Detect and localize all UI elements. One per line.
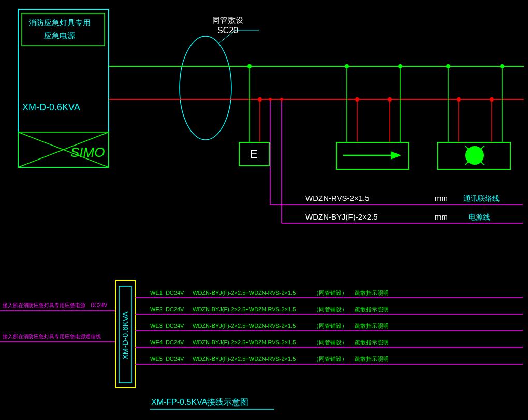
we1-v: DC24V [166,289,184,296]
we2-note1: （同管铺设） [313,306,347,312]
we-rows: WE1 DC24V WDZN-BYJ(F)-2×2.5+WDZN-RVS-2×1… [135,289,523,364]
svg-point-40 [269,98,272,101]
power-supply-box: 消防应急灯具专用 应急电源 XM-D-0.6KVA SIMO [18,9,109,167]
symbol-e-label: E [250,148,258,161]
we3-spec: WDZN-BYJ(F)-2×2.5+WDZN-RVS-2×1.5 [193,323,296,329]
we-row-4: WE4 DC24V WDZN-BYJ(F)-2×2.5+WDZN-RVS-2×1… [135,339,523,347]
we-row-2: WE2 DC24V WDZN-BYJ(F)-2×2.5+WDZN-RVS-2×1… [135,306,523,314]
left-note1-v: DC24V [91,302,108,308]
we3-v: DC24V [166,323,184,329]
cable1-name: 通讯联络线 [463,194,500,202]
we-row-5: WE5 DC24V WDZN-BYJ(F)-2×2.5+WDZN-RVS-2×1… [135,356,523,364]
distribution-box: XM-D-0.6KVA [115,280,135,388]
we1-id: WE1 [150,289,163,296]
we4-note2: 疏散指示照明 [355,339,389,345]
left-note2: 接入所在消防应急灯具专用应急电源通信线 [3,334,101,339]
we2-spec: WDZN-BYJ(F)-2×2.5+WDZN-RVS-2×1.5 [193,306,296,312]
we5-note1: （同管铺设） [313,356,347,362]
we1-note1: （同管铺设） [313,289,347,296]
cable2-unit: mm [435,212,448,221]
we3-note2: 疏散指示照明 [355,323,389,329]
left-notes: 接入所在消防应急灯具专用应急电源 DC24V 接入所在消防应急灯具专用应急电源通… [0,302,115,342]
we1-spec: WDZN-BYJ(F)-2×2.5+WDZN-RVS-2×1.5 [193,289,296,296]
bus-lines [109,64,524,102]
device-e: E [239,66,269,166]
model-label: XM-D-0.6KVA [22,102,80,112]
conduit-label-bottom: SC20 [217,26,238,35]
we4-note1: （同管铺设） [313,339,347,345]
we5-v: DC24V [166,356,184,362]
we2-id: WE2 [150,306,163,312]
we-row-1: WE1 DC24V WDZN-BYJ(F)-2×2.5+WDZN-RVS-2×1… [135,289,523,298]
arrow-right-icon [391,151,401,160]
cad-wiring-diagram: 消防应急灯具专用 应急电源 XM-D-0.6KVA SIMO 同管敷设 SC20 [0,0,528,420]
we5-note2: 疏散指示照明 [355,356,389,362]
we-row-3: WE3 DC24V WDZN-BYJ(F)-2×2.5+WDZN-RVS-2×1… [135,323,523,331]
we4-spec: WDZN-BYJ(F)-2×2.5+WDZN-RVS-2×1.5 [193,339,296,345]
svg-point-5 [180,36,231,140]
simo-label: SIMO [70,144,105,160]
conduit-ellipse: 同管敷设 SC20 [180,16,259,140]
box-label-line2: 应急电源 [44,31,75,40]
svg-point-41 [280,98,283,101]
box-label-line1: 消防应急灯具专用 [28,18,91,27]
we4-id: WE4 [150,339,163,345]
title-text: XM-FP-0.5KVA接线示意图 [151,398,248,407]
we5-spec: WDZN-BYJ(F)-2×2.5+WDZN-RVS-2×1.5 [193,356,296,362]
we2-note2: 疏散指示照明 [355,306,389,312]
diagram-title: XM-FP-0.5KVA接线示意图 [150,398,274,409]
we3-id: WE3 [150,323,163,329]
cable1-unit: mm [435,194,448,202]
we5-id: WE5 [150,356,163,362]
signal-line-top [269,98,523,223]
we3-note1: （同管铺设） [313,323,347,329]
cable2-spec: WDZN-BYJ(F)-2×2.5 [305,212,378,221]
box-model-vertical: XM-D-0.6KVA [121,311,129,359]
device-lamp [438,66,510,169]
cable1-spec: WDZN-RVS-2×1.5 [305,194,370,202]
device-arrow [336,66,409,169]
conduit-label-top: 同管敷设 [212,16,243,24]
we2-v: DC24V [166,306,184,312]
cable2-name: 电源线 [468,213,490,221]
we1-note2: 疏散指示照明 [355,289,389,296]
left-note1: 接入所在消防应急灯具专用应急电源 [3,302,85,308]
we4-v: DC24V [166,339,184,345]
